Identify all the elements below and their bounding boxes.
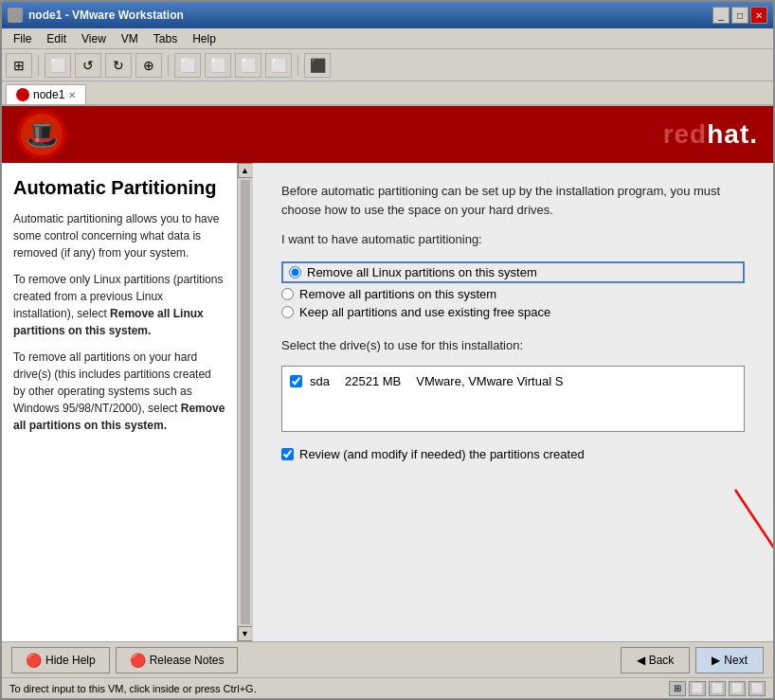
- status-icon-1: ⊞: [669, 681, 686, 696]
- drives-label: Select the drive(s) to use for this inst…: [281, 338, 745, 352]
- svg-line-1: [735, 490, 773, 589]
- help-para-2: To remove only Linux partitions (partiti…: [13, 271, 225, 339]
- menu-vm[interactable]: VM: [114, 30, 146, 47]
- toolbar-power-button[interactable]: ⊞: [6, 53, 32, 78]
- toolbar-sep-3: [297, 55, 298, 76]
- status-icon-4: ⬜: [729, 681, 746, 696]
- drive-item-sda: sda 22521 MB VMware, VMware Virtual S: [290, 374, 736, 388]
- help-para-1: Automatic partitioning allows you to hav…: [13, 210, 225, 261]
- status-text: To direct input to this VM, click inside…: [9, 683, 257, 694]
- help-panel-inner: Automatic Partitioning Automatic partiti…: [2, 163, 252, 641]
- arrow-overlay: [584, 452, 773, 641]
- toolbar-btn-2[interactable]: ⬜: [205, 53, 231, 78]
- radio-option-1-container: Remove all Linux partitions on this syst…: [281, 261, 745, 283]
- toolbar-fullscreen-button[interactable]: ⬛: [304, 53, 331, 78]
- next-button[interactable]: ▶ Next: [695, 647, 764, 673]
- toolbar: ⊞ ⬜ ↺ ↻ ⊕ ⬜ ⬜ ⬜ ⬜ ⬛: [2, 49, 773, 81]
- radio-label-3: Keep all partitions and use existing fre…: [299, 305, 550, 319]
- drive-size: 22521 MB: [345, 374, 401, 388]
- toolbar-btn-1[interactable]: ⬜: [174, 53, 201, 78]
- radio-option-3-container: Keep all partitions and use existing fre…: [281, 305, 745, 319]
- status-icon-2: ⬜: [689, 681, 706, 696]
- intro-text: Before automatic partitioning can be set…: [281, 182, 745, 219]
- redhat-logo: 🎩: [17, 110, 66, 159]
- toolbar-reset-button[interactable]: ↺: [75, 53, 101, 78]
- radio-label-1: Remove all Linux partitions on this syst…: [307, 265, 537, 279]
- help-body: Automatic partitioning allows you to hav…: [13, 210, 225, 434]
- drives-box: sda 22521 MB VMware, VMware Virtual S: [281, 366, 745, 432]
- toolbar-btn-4[interactable]: ⬜: [265, 53, 292, 78]
- help-title: Automatic Partitioning: [13, 176, 225, 199]
- vmware-icon: [8, 8, 23, 23]
- review-option: Review (and modify if needed) the partit…: [281, 447, 745, 461]
- status-bar: To direct input to this VM, click inside…: [2, 677, 773, 698]
- redhat-banner: 🎩 redhat.: [2, 106, 773, 163]
- drive-checkbox-sda[interactable]: [290, 375, 302, 387]
- drive-name: sda: [310, 374, 330, 388]
- help-panel: Automatic Partitioning Automatic partiti…: [2, 163, 253, 641]
- scroll-thumb[interactable]: [241, 180, 250, 624]
- help-text-area: Automatic Partitioning Automatic partiti…: [2, 163, 237, 641]
- toolbar-suspend-button[interactable]: ⬜: [45, 53, 71, 78]
- release-notes-icon: 🔴: [130, 653, 146, 668]
- maximize-button[interactable]: □: [731, 7, 748, 24]
- menu-view[interactable]: View: [74, 30, 114, 47]
- status-icons: ⊞ ⬜ ⬜ ⬜ ⬜: [669, 681, 766, 696]
- scroll-down-button[interactable]: ▼: [238, 626, 253, 641]
- back-button[interactable]: ◀ Back: [621, 647, 691, 673]
- toolbar-sep-1: [38, 55, 39, 76]
- minimize-button[interactable]: _: [712, 7, 730, 24]
- tab-vm-icon: [16, 88, 29, 101]
- window-title: node1 - VMware Workstation: [28, 9, 184, 22]
- hide-help-button[interactable]: 🔴 Hide Help: [11, 647, 110, 673]
- brand-title: redhat.: [663, 119, 758, 150]
- bottom-right-buttons: ◀ Back ▶ Next: [621, 647, 764, 673]
- review-checkbox[interactable]: [281, 448, 294, 460]
- toolbar-settings-button[interactable]: ⊕: [135, 53, 162, 78]
- review-label: Review (and modify if needed) the partit…: [299, 447, 585, 461]
- status-icon-3: ⬜: [709, 681, 726, 696]
- radio-option-3[interactable]: [281, 306, 294, 318]
- window-controls: _ □ ✕: [712, 7, 767, 24]
- section-label: I want to have automatic partitioning:: [281, 232, 745, 246]
- scroll-up-button[interactable]: ▲: [238, 163, 253, 178]
- menu-bar: File Edit View VM Tabs Help: [2, 28, 773, 49]
- back-arrow-icon: ◀: [637, 654, 645, 667]
- title-bar: node1 - VMware Workstation _ □ ✕: [2, 2, 773, 28]
- help-para-3: To remove all partitions on your hard dr…: [13, 349, 225, 434]
- main-window: node1 - VMware Workstation _ □ ✕ File Ed…: [0, 0, 775, 700]
- menu-tabs[interactable]: Tabs: [146, 30, 185, 47]
- menu-edit[interactable]: Edit: [39, 30, 74, 47]
- shadowman-icon: 🎩: [26, 119, 59, 151]
- radio-label-2: Remove all partitions on this system: [299, 287, 496, 301]
- tab-close-button[interactable]: ✕: [68, 90, 76, 100]
- radio-option-2[interactable]: [281, 288, 294, 300]
- bottom-left-buttons: 🔴 Hide Help 🔴 Release Notes: [11, 647, 238, 673]
- tab-label: node1: [33, 88, 64, 101]
- right-panel: Before automatic partitioning can be set…: [253, 163, 773, 641]
- status-icon-5: ⬜: [748, 681, 766, 696]
- hide-help-icon: 🔴: [26, 653, 42, 668]
- main-content: Automatic Partitioning Automatic partiti…: [2, 163, 773, 641]
- toolbar-forward-button[interactable]: ↻: [105, 53, 132, 78]
- release-notes-button[interactable]: 🔴 Release Notes: [116, 647, 239, 673]
- menu-help[interactable]: Help: [185, 30, 224, 47]
- close-button[interactable]: ✕: [750, 7, 767, 24]
- drive-desc: VMware, VMware Virtual S: [416, 374, 563, 388]
- radio-option-2-container: Remove all partitions on this system: [281, 287, 745, 301]
- tab-bar: node1 ✕: [2, 81, 773, 106]
- menu-file[interactable]: File: [6, 30, 39, 47]
- title-bar-left: node1 - VMware Workstation: [8, 8, 184, 23]
- shadowman-logo: 🎩: [21, 114, 63, 155]
- help-scrollbar: ▲ ▼: [237, 163, 252, 641]
- radio-option-1[interactable]: [289, 266, 301, 278]
- next-arrow-icon: ▶: [712, 654, 720, 667]
- toolbar-sep-2: [168, 55, 169, 76]
- radio-group: Remove all Linux partitions on this syst…: [281, 261, 745, 319]
- toolbar-btn-3[interactable]: ⬜: [235, 53, 261, 78]
- tab-node1[interactable]: node1 ✕: [6, 84, 86, 104]
- bottom-bar: 🔴 Hide Help 🔴 Release Notes ◀ Back ▶ Nex…: [2, 641, 773, 677]
